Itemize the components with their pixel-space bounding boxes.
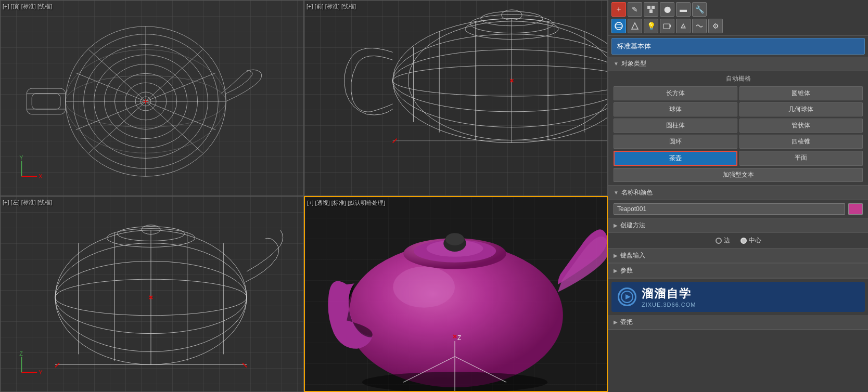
modify-button[interactable]: ✎ [628, 2, 642, 17]
keyboard-input-section: ▶ 键盘输入 [608, 249, 868, 264]
svg-marker-94 [632, 23, 638, 29]
obj-btn-tube[interactable]: 管状体 [739, 119, 863, 133]
svg-text:Z: Z [19, 350, 23, 357]
obj-btn-cone[interactable]: 圆锥体 [739, 86, 863, 100]
creation-method-content: 边 中心 [608, 233, 868, 248]
create-button[interactable]: ＋ [611, 2, 626, 17]
svg-rect-15 [32, 94, 60, 109]
svg-point-35 [393, 65, 607, 96]
viewport-front[interactable]: [+] [前] [标准] [线框] [304, 0, 608, 196]
name-input[interactable] [614, 203, 845, 215]
arrow-handle-icon: ▶ [614, 319, 618, 325]
camera-icon [663, 22, 671, 30]
svg-line-90 [649, 9, 651, 10]
svg-text:Y: Y [39, 369, 43, 375]
svg-marker-99 [626, 294, 631, 299]
svg-point-92 [615, 22, 622, 30]
object-type-label: 对象类型 [621, 59, 646, 68]
wave-icon [695, 22, 704, 30]
helper-button[interactable] [676, 19, 691, 33]
radio-center[interactable]: 中心 [741, 236, 761, 245]
plus-icon: ＋ [615, 5, 622, 14]
svg-rect-87 [647, 6, 650, 9]
logo-icon [618, 288, 636, 306]
obj-btn-sphere[interactable]: 球体 [614, 102, 737, 116]
radio-edge-dot[interactable] [716, 238, 722, 244]
hierarchy-icon [647, 5, 655, 14]
color-swatch[interactable] [848, 203, 863, 215]
obj-btn-teapot[interactable]: 茶壶 [614, 151, 737, 166]
obj-btn-geosphere[interactable]: 几何球体 [739, 102, 863, 116]
teapot-left-wireframe: Y Z [1, 197, 303, 391]
arrow-icon: ▼ [614, 61, 619, 67]
object-type-section: ▼ 对象类型 自动栅格 长方体 圆锥体 球体 几何球体 圆柱体 管状体 圆环 [608, 57, 868, 186]
creation-method-section: ▶ 创建方法 边 中心 [608, 218, 868, 249]
logo-main-text: 溜溜自学 [642, 286, 696, 302]
parameters-header[interactable]: ▶ 参数 [608, 264, 868, 278]
right-panel: ＋ ✎ ⬤ ▬ 🔧 [608, 0, 868, 392]
motion-button[interactable]: ⬤ [660, 2, 674, 17]
svg-line-68 [242, 363, 247, 367]
svg-line-91 [651, 9, 653, 10]
keyboard-input-label: 键盘输入 [620, 251, 645, 260]
utility-button[interactable]: 🔧 [692, 2, 707, 17]
viewport-left[interactable]: [+] [左] [标准] [线框] [0, 196, 304, 392]
arrow-params-icon: ▶ [614, 268, 618, 273]
light-icon: 💡 [647, 22, 656, 30]
shape-icon [631, 22, 639, 30]
edit-icon: ✎ [632, 5, 638, 14]
svg-point-93 [615, 24, 622, 28]
handle-section: ▶ 壶把 [608, 315, 868, 330]
svg-point-27 [393, 19, 607, 143]
viewport-perspective[interactable]: [+] [透视] [标准] [默认明暗处理] [304, 196, 608, 392]
system-button[interactable]: ⚙ [708, 19, 723, 33]
radio-center-label: 中心 [749, 236, 761, 245]
keyboard-input-header[interactable]: ▶ 键盘输入 [608, 249, 868, 263]
obj-btn-text[interactable]: 加强型文本 [614, 168, 863, 182]
display-button[interactable]: ▬ [676, 2, 691, 17]
radio-edge[interactable]: 边 [716, 236, 730, 245]
parameters-label: 参数 [620, 266, 633, 275]
display-icon: ▬ [680, 5, 687, 14]
axis-left: Y Z [19, 350, 43, 375]
obj-btn-box[interactable]: 长方体 [614, 86, 737, 100]
obj-btn-torus[interactable]: 圆环 [614, 135, 737, 149]
object-type-header[interactable]: ▼ 对象类型 [608, 57, 868, 71]
shape-button[interactable] [628, 19, 642, 33]
name-color-header[interactable]: ▼ 名称和颜色 [608, 186, 868, 200]
viewport-top[interactable]: [+] [顶] [标准] [线框] [0, 0, 304, 196]
obj-btn-plane[interactable]: 平面 [739, 151, 863, 166]
svg-text:X: X [39, 173, 43, 179]
svg-line-46 [393, 139, 397, 143]
spacewarp-button[interactable] [692, 19, 707, 33]
svg-text:Z: Z [457, 334, 461, 342]
arrow-keyboard-icon: ▶ [614, 253, 618, 258]
radio-row: 边 中心 [614, 236, 863, 245]
auto-grid-label: 自动栅格 [614, 74, 863, 83]
svg-rect-89 [649, 10, 653, 13]
obj-btn-cylinder[interactable]: 圆柱体 [614, 119, 737, 133]
teapot-perspective: Z [305, 197, 607, 391]
creation-method-header[interactable]: ▶ 创建方法 [608, 218, 868, 233]
light-button[interactable]: 💡 [644, 19, 658, 33]
geometry-button[interactable] [611, 19, 626, 33]
svg-line-67 [55, 363, 59, 367]
handle-label: 壶把 [620, 318, 633, 326]
hierarchy-button[interactable] [644, 2, 658, 17]
camera-button[interactable] [660, 19, 674, 33]
creation-method-label: 创建方法 [620, 221, 645, 230]
category-label[interactable]: 标准基本体 [611, 38, 865, 55]
obj-btn-pyramid[interactable]: 四棱锥 [739, 135, 863, 149]
panel-toolbar: ＋ ✎ ⬤ ▬ 🔧 [608, 0, 868, 36]
teapot-front-wireframe: X Y [304, 1, 607, 195]
logo-area: 溜溜自学 ZIXUE.3D66.COM [611, 282, 865, 312]
name-color-section: ▼ 名称和颜色 [608, 186, 868, 218]
motion-icon: ⬤ [664, 6, 671, 13]
name-color-label: 名称和颜色 [621, 188, 653, 197]
wrench-icon: 🔧 [695, 5, 704, 14]
teapot-top-wireframe: X Y [1, 1, 303, 195]
toolbar-row-1: ＋ ✎ ⬤ ▬ 🔧 [611, 2, 865, 17]
radio-center-dot[interactable] [741, 238, 747, 244]
arrow-name-icon: ▼ [614, 190, 619, 195]
handle-header[interactable]: ▶ 壶把 [608, 315, 868, 330]
